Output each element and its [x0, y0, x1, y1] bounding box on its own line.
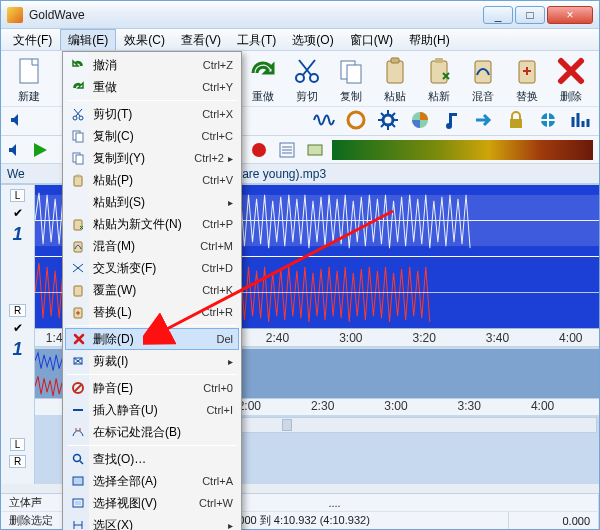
menu-edit[interactable]: 编辑(E) [60, 29, 116, 50]
edit-menu-item-delete[interactable]: 删除(D)Del [65, 328, 239, 350]
menu-help[interactable]: 帮助(H) [401, 29, 458, 50]
menu-tools[interactable]: 工具(T) [229, 29, 284, 50]
eq-icon[interactable] [569, 109, 591, 131]
edit-menu-item-undo[interactable]: 撤消Ctrl+Z [65, 54, 239, 76]
svg-point-1 [296, 74, 304, 82]
edit-menu-item-overwrite[interactable]: 覆盖(W)Ctrl+K [65, 279, 239, 301]
play-button[interactable] [29, 139, 51, 161]
copyto-icon [69, 149, 87, 167]
maximize-button[interactable]: □ [515, 6, 545, 24]
submenu-arrow-icon: ▸ [228, 520, 233, 531]
swirl-icon[interactable] [345, 109, 367, 131]
menu-options[interactable]: 选项(O) [284, 29, 341, 50]
svg-rect-14 [510, 119, 522, 128]
channel-r-num: 1 [12, 339, 22, 360]
edit-menu-item-xfade[interactable]: 交叉渐变(F)Ctrl+D [65, 257, 239, 279]
menu-effects[interactable]: 效果(C) [116, 29, 173, 50]
edit-menu-item-selrange[interactable]: 选区(X)▸ [65, 514, 239, 530]
resize-icon[interactable] [537, 109, 559, 131]
tb-cut[interactable]: 剪切 [285, 55, 329, 104]
edit-menu-item-mix[interactable]: 混音(M)Ctrl+M [65, 235, 239, 257]
undo-icon [69, 56, 87, 74]
minimize-button[interactable]: _ [483, 6, 513, 24]
svg-rect-42 [73, 477, 83, 485]
menu-item-label: 查找(O)… [93, 451, 233, 468]
edit-menu-popup: 撤消Ctrl+Z重做Ctrl+Y剪切(T)Ctrl+X复制(C)Ctrl+C复制… [62, 51, 242, 530]
svg-point-20 [252, 143, 266, 157]
xfade-icon [69, 259, 87, 277]
scissors-icon [291, 55, 323, 87]
edit-menu-item-inssil[interactable]: 插入静音(U)Ctrl+I [65, 399, 239, 421]
edit-menu-item-mute[interactable]: 静音(E)Ctrl+0 [65, 377, 239, 399]
edit-menu-item-selview[interactable]: 选择视图(V)Ctrl+W [65, 492, 239, 514]
scrollbar-thumb[interactable] [282, 419, 292, 431]
tb-mix[interactable]: 混音 [461, 55, 505, 104]
speaker-icon[interactable] [9, 112, 25, 128]
svg-rect-37 [74, 286, 82, 296]
record2-button[interactable] [248, 139, 270, 161]
wave-icon[interactable] [313, 109, 335, 131]
lock-icon[interactable] [505, 109, 527, 131]
edit-menu-item-replace[interactable]: 替换(L)Ctrl+R [65, 301, 239, 323]
menu-item-label: 重做 [93, 79, 202, 96]
copy-icon [69, 127, 87, 145]
menu-item-label: 静音(E) [93, 380, 203, 397]
tb-replace[interactable]: 替换 [505, 55, 549, 104]
menu-item-shortcut: Del [216, 333, 233, 345]
note-icon[interactable] [441, 109, 463, 131]
find-icon [69, 450, 87, 468]
edit-menu-item-pastenew[interactable]: 粘贴为新文件(N)Ctrl+P [65, 213, 239, 235]
menu-item-label: 交叉渐变(F) [93, 260, 202, 277]
edit-menu-item-redo[interactable]: 重做Ctrl+Y [65, 76, 239, 98]
svg-rect-30 [76, 133, 83, 142]
menu-item-shortcut: Ctrl+X [202, 108, 233, 120]
tb-delete[interactable]: 删除 [549, 55, 593, 104]
menu-item-shortcut: Ctrl+R [202, 306, 233, 318]
gear-icon[interactable] [377, 109, 399, 131]
menu-window[interactable]: 窗口(W) [342, 29, 401, 50]
edit-menu-item-copy[interactable]: 复制(C)Ctrl+C [65, 125, 239, 147]
tb-paste[interactable]: 粘贴 [373, 55, 417, 104]
mute-r-icon[interactable]: ✔ [13, 321, 23, 335]
tb-new[interactable]: 新建 [7, 55, 51, 104]
inssil-icon [69, 401, 87, 419]
tb-paste-new[interactable]: 粘新 [417, 55, 461, 104]
svg-rect-5 [387, 61, 403, 83]
app-logo-icon [7, 7, 23, 23]
menu-item-label: 插入静音(U) [93, 402, 206, 419]
device-button[interactable] [304, 139, 326, 161]
edit-menu-item-selall[interactable]: 选择全部(A)Ctrl+A [65, 470, 239, 492]
speaker2-icon[interactable] [7, 142, 23, 158]
mute-l-icon[interactable]: ✔ [13, 206, 23, 220]
svg-rect-32 [76, 155, 83, 164]
arrow-right-icon[interactable] [473, 109, 495, 131]
tb-redo[interactable]: 重做 [241, 55, 285, 104]
delete-x-icon [555, 55, 587, 87]
props-button[interactable] [276, 139, 298, 161]
svg-rect-34 [76, 175, 80, 178]
menu-view[interactable]: 查看(V) [173, 29, 229, 50]
menu-item-label: 混音(M) [93, 238, 200, 255]
selview-icon [69, 494, 87, 512]
mini-l-tag: L [10, 438, 26, 451]
close-button[interactable]: × [547, 6, 593, 24]
color-wheel-icon[interactable] [409, 109, 431, 131]
edit-menu-item-find[interactable]: 查找(O)… [65, 448, 239, 470]
channel-r-tag[interactable]: R [9, 304, 26, 317]
channel-l-tag[interactable]: L [10, 189, 26, 202]
menu-file[interactable]: 文件(F) [5, 29, 60, 50]
menu-item-label: 在标记处混合(B) [93, 424, 233, 441]
menu-item-label: 剪裁(I) [93, 353, 224, 370]
selall-icon [69, 472, 87, 490]
edit-menu-item-markmix[interactable]: 在标记处混合(B) [65, 421, 239, 443]
edit-menu-item-copyto[interactable]: 复制到(Y)Ctrl+2▸ [65, 147, 239, 169]
submenu-arrow-icon: ▸ [228, 153, 233, 164]
tb-copy[interactable]: 复制 [329, 55, 373, 104]
edit-menu-item-trim[interactable]: 剪裁(I)▸ [65, 350, 239, 372]
edit-menu-item-7[interactable]: 粘贴到(S)▸ [65, 191, 239, 213]
edit-menu-item-paste[interactable]: 粘贴(P)Ctrl+V [65, 169, 239, 191]
menu-item-shortcut: Ctrl+2 [194, 152, 224, 164]
menu-item-shortcut: Ctrl+Z [203, 59, 233, 71]
submenu-arrow-icon: ▸ [228, 356, 233, 367]
edit-menu-item-cut[interactable]: 剪切(T)Ctrl+X [65, 103, 239, 125]
